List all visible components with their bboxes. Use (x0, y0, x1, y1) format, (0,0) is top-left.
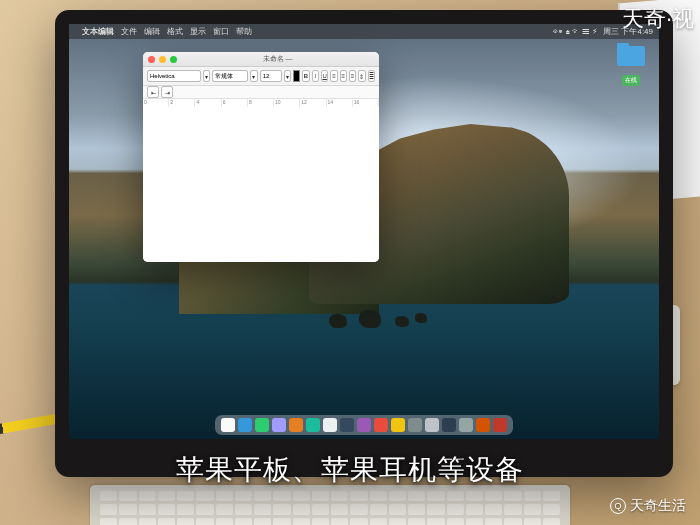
indent-increase-button[interactable]: ⇥ (161, 86, 173, 98)
menu-format[interactable]: 格式 (167, 26, 183, 37)
zoom-button[interactable] (170, 56, 177, 63)
dock-app[interactable] (459, 418, 473, 432)
minimize-button[interactable] (159, 56, 166, 63)
menu-window[interactable]: 窗口 (213, 26, 229, 37)
folder-label: 在线 (622, 75, 640, 86)
menu-help[interactable]: 帮助 (236, 26, 252, 37)
document-area[interactable] (143, 107, 379, 262)
menu-file[interactable]: 文件 (121, 26, 137, 37)
menu-view[interactable]: 显示 (190, 26, 206, 37)
dock-app[interactable] (425, 418, 439, 432)
menu-edit[interactable]: 编辑 (144, 26, 160, 37)
dock (215, 415, 513, 435)
chevron-down-icon[interactable]: ▾ (250, 70, 257, 82)
align-left-button[interactable]: ≡ (330, 70, 337, 82)
dock-app[interactable] (374, 418, 388, 432)
dock-app[interactable] (238, 418, 252, 432)
dock-app[interactable] (340, 418, 354, 432)
dock-app[interactable] (357, 418, 371, 432)
chevron-down-icon[interactable]: ▾ (284, 70, 291, 82)
chevron-down-icon[interactable]: ▾ (203, 70, 210, 82)
titlebar[interactable]: 未命名 — (143, 52, 379, 67)
dock-app[interactable] (408, 418, 422, 432)
dock-app[interactable] (493, 418, 507, 432)
dock-app[interactable] (323, 418, 337, 432)
text-color-swatch[interactable] (293, 70, 300, 82)
underline-button[interactable]: U (321, 70, 328, 82)
align-right-button[interactable]: ≡ (349, 70, 356, 82)
list-button[interactable]: ≣ (368, 70, 375, 82)
dock-app[interactable] (442, 418, 456, 432)
indent-decrease-button[interactable]: ⇤ (147, 86, 159, 98)
dock-app[interactable] (255, 418, 269, 432)
format-toolbar: ▾ ▾ ▾ B I U ≡ ≡ ≡ ⇕ ≣ (143, 67, 379, 86)
magnify-icon: Q (610, 498, 626, 514)
align-center-button[interactable]: ≡ (340, 70, 347, 82)
sea-rocks (329, 304, 439, 334)
watermark-br-text: 天奇生活 (630, 497, 686, 515)
dock-app[interactable] (306, 418, 320, 432)
dock-app[interactable] (272, 418, 286, 432)
line-spacing-button[interactable]: ⇕ (358, 70, 365, 82)
keyboard-prop (90, 485, 570, 525)
close-button[interactable] (148, 56, 155, 63)
screen: 文本编辑 文件 编辑 格式 显示 窗口 帮助 ◎ ⌨ ⏏ ᯤ ☰ ⚡︎ 周三 下… (69, 24, 659, 439)
window-title: 未命名 — (181, 54, 374, 64)
dock-app[interactable] (221, 418, 235, 432)
desk-surface: 文本编辑 文件 编辑 格式 显示 窗口 帮助 ◎ ⌨ ⏏ ᯤ ☰ ⚡︎ 周三 下… (0, 0, 700, 525)
italic-button[interactable]: I (312, 70, 319, 82)
secondary-toolbar: ⇤ ⇥ (143, 86, 379, 99)
folder-icon (617, 46, 645, 66)
subtitle-caption: 苹果平板、苹果耳机等设备 (0, 451, 700, 489)
dock-app[interactable] (476, 418, 490, 432)
font-family-field[interactable] (147, 70, 201, 82)
desktop-folder[interactable]: 在线 (613, 46, 649, 86)
bold-button[interactable]: B (302, 70, 309, 82)
status-icons[interactable]: ◎ ⌨ ⏏ ᯤ ☰ ⚡︎ (553, 27, 598, 36)
font-size-field[interactable] (260, 70, 282, 82)
imac-frame: 文本编辑 文件 编辑 格式 显示 窗口 帮助 ◎ ⌨ ⏏ ᯤ ☰ ⚡︎ 周三 下… (55, 10, 673, 477)
dock-app[interactable] (391, 418, 405, 432)
menubar: 文本编辑 文件 编辑 格式 显示 窗口 帮助 ◎ ⌨ ⏏ ᯤ ☰ ⚡︎ 周三 下… (69, 24, 659, 39)
watermark-bottom-right: Q 天奇生活 (610, 497, 686, 515)
dock-app[interactable] (289, 418, 303, 432)
app-name[interactable]: 文本编辑 (82, 26, 114, 37)
textedit-window[interactable]: 未命名 — ▾ ▾ ▾ B I U ≡ ≡ ≡ ⇕ ≣ (143, 52, 379, 262)
watermark-top-right: 天奇·视 (622, 4, 694, 34)
traffic-lights (148, 56, 177, 63)
font-style-field[interactable] (212, 70, 248, 82)
